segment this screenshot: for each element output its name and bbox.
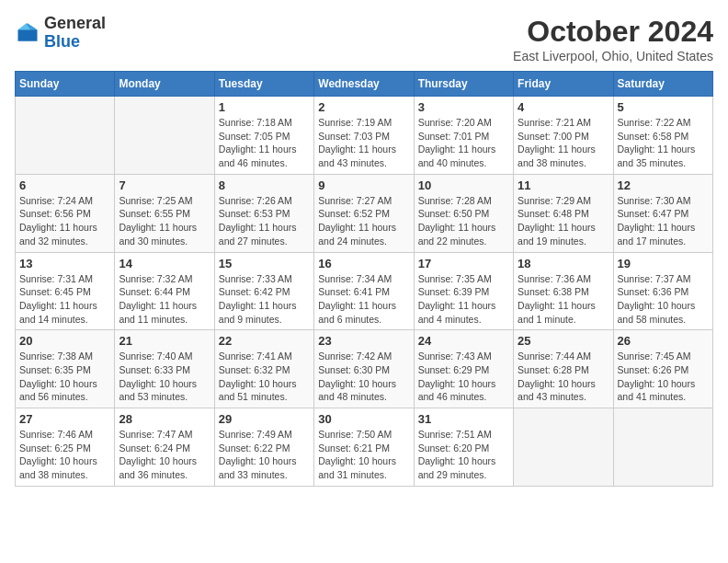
day-number: 5 xyxy=(618,100,709,114)
day-number: 4 xyxy=(518,100,609,114)
day-info: Sunrise: 7:33 AM Sunset: 6:42 PM Dayligh… xyxy=(219,272,310,327)
day-number: 21 xyxy=(119,334,210,348)
header-day-sunday: Sunday xyxy=(16,72,115,97)
day-number: 3 xyxy=(418,100,509,114)
day-info: Sunrise: 7:24 AM Sunset: 6:56 PM Dayligh… xyxy=(19,194,110,248)
day-number: 30 xyxy=(318,412,409,426)
calendar-cell: 3Sunrise: 7:20 AM Sunset: 7:01 PM Daylig… xyxy=(414,97,513,175)
page-subtitle: East Liverpool, Ohio, United States xyxy=(513,49,713,63)
week-row-2: 6Sunrise: 7:24 AM Sunset: 6:56 PM Daylig… xyxy=(16,174,713,252)
calendar-cell: 11Sunrise: 7:29 AM Sunset: 6:48 PM Dayli… xyxy=(514,174,613,252)
calendar-cell: 27Sunrise: 7:46 AM Sunset: 6:25 PM Dayli… xyxy=(16,408,115,487)
day-info: Sunrise: 7:42 AM Sunset: 6:30 PM Dayligh… xyxy=(318,350,409,404)
calendar-cell: 31Sunrise: 7:51 AM Sunset: 6:20 PM Dayli… xyxy=(414,408,513,487)
day-info: Sunrise: 7:43 AM Sunset: 6:29 PM Dayligh… xyxy=(418,350,509,404)
day-info: Sunrise: 7:50 AM Sunset: 6:21 PM Dayligh… xyxy=(318,428,409,482)
day-number: 27 xyxy=(19,412,110,426)
calendar-cell: 6Sunrise: 7:24 AM Sunset: 6:56 PM Daylig… xyxy=(16,174,115,252)
day-info: Sunrise: 7:19 AM Sunset: 7:03 PM Dayligh… xyxy=(318,116,409,170)
calendar-cell: 4Sunrise: 7:21 AM Sunset: 7:00 PM Daylig… xyxy=(514,97,613,175)
day-info: Sunrise: 7:40 AM Sunset: 6:33 PM Dayligh… xyxy=(119,350,210,404)
day-number: 31 xyxy=(418,412,509,426)
calendar-cell: 1Sunrise: 7:18 AM Sunset: 7:05 PM Daylig… xyxy=(214,97,313,175)
day-number: 22 xyxy=(219,334,310,348)
day-info: Sunrise: 7:49 AM Sunset: 6:22 PM Dayligh… xyxy=(219,428,310,482)
calendar-cell xyxy=(115,97,214,175)
logo-text: General Blue xyxy=(44,15,106,52)
calendar-cell: 16Sunrise: 7:34 AM Sunset: 6:41 PM Dayli… xyxy=(314,252,414,330)
calendar-cell xyxy=(613,408,712,487)
day-info: Sunrise: 7:46 AM Sunset: 6:25 PM Dayligh… xyxy=(19,428,110,482)
header-day-tuesday: Tuesday xyxy=(214,72,313,97)
day-number: 26 xyxy=(618,334,709,348)
day-number: 24 xyxy=(418,334,509,348)
page-title: October 2024 xyxy=(513,15,713,49)
day-info: Sunrise: 7:21 AM Sunset: 7:00 PM Dayligh… xyxy=(518,116,609,170)
day-info: Sunrise: 7:51 AM Sunset: 6:20 PM Dayligh… xyxy=(418,428,509,482)
calendar-cell: 7Sunrise: 7:25 AM Sunset: 6:55 PM Daylig… xyxy=(115,174,214,252)
day-number: 7 xyxy=(119,178,210,192)
day-number: 28 xyxy=(119,412,210,426)
day-number: 1 xyxy=(219,100,310,114)
day-info: Sunrise: 7:37 AM Sunset: 6:36 PM Dayligh… xyxy=(618,272,709,327)
header-day-wednesday: Wednesday xyxy=(314,72,414,97)
calendar-cell: 23Sunrise: 7:42 AM Sunset: 6:30 PM Dayli… xyxy=(314,330,414,408)
calendar-cell: 18Sunrise: 7:36 AM Sunset: 6:38 PM Dayli… xyxy=(514,252,613,330)
calendar-table: SundayMondayTuesdayWednesdayThursdayFrid… xyxy=(15,71,713,487)
day-info: Sunrise: 7:27 AM Sunset: 6:52 PM Dayligh… xyxy=(318,194,409,248)
calendar-cell: 29Sunrise: 7:49 AM Sunset: 6:22 PM Dayli… xyxy=(214,408,313,487)
header-row: SundayMondayTuesdayWednesdayThursdayFrid… xyxy=(16,72,713,97)
day-number: 16 xyxy=(318,257,409,270)
calendar-cell: 20Sunrise: 7:38 AM Sunset: 6:35 PM Dayli… xyxy=(16,330,115,408)
day-info: Sunrise: 7:35 AM Sunset: 6:39 PM Dayligh… xyxy=(418,272,509,327)
calendar-cell: 13Sunrise: 7:31 AM Sunset: 6:45 PM Dayli… xyxy=(16,252,115,330)
day-number: 18 xyxy=(518,257,609,270)
calendar-cell: 17Sunrise: 7:35 AM Sunset: 6:39 PM Dayli… xyxy=(414,252,513,330)
week-row-4: 20Sunrise: 7:38 AM Sunset: 6:35 PM Dayli… xyxy=(16,330,713,408)
day-info: Sunrise: 7:30 AM Sunset: 6:47 PM Dayligh… xyxy=(618,194,709,248)
day-number: 11 xyxy=(518,178,609,192)
header-day-monday: Monday xyxy=(115,72,214,97)
day-number: 15 xyxy=(219,257,310,270)
day-info: Sunrise: 7:29 AM Sunset: 6:48 PM Dayligh… xyxy=(518,194,609,248)
calendar-cell: 21Sunrise: 7:40 AM Sunset: 6:33 PM Dayli… xyxy=(115,330,214,408)
day-number: 20 xyxy=(19,334,110,348)
day-number: 9 xyxy=(318,178,409,192)
day-info: Sunrise: 7:34 AM Sunset: 6:41 PM Dayligh… xyxy=(318,272,409,327)
calendar-cell: 2Sunrise: 7:19 AM Sunset: 7:03 PM Daylig… xyxy=(314,97,414,175)
day-number: 8 xyxy=(219,178,310,192)
calendar-cell: 8Sunrise: 7:26 AM Sunset: 6:53 PM Daylig… xyxy=(214,174,313,252)
day-number: 12 xyxy=(618,178,709,192)
week-row-3: 13Sunrise: 7:31 AM Sunset: 6:45 PM Dayli… xyxy=(16,252,713,330)
day-info: Sunrise: 7:28 AM Sunset: 6:50 PM Dayligh… xyxy=(418,194,509,248)
title-block: October 2024 East Liverpool, Ohio, Unite… xyxy=(513,15,713,63)
day-number: 6 xyxy=(19,178,110,192)
day-info: Sunrise: 7:18 AM Sunset: 7:05 PM Dayligh… xyxy=(219,116,310,170)
day-number: 25 xyxy=(518,334,609,348)
day-info: Sunrise: 7:41 AM Sunset: 6:32 PM Dayligh… xyxy=(219,350,310,404)
week-row-1: 1Sunrise: 7:18 AM Sunset: 7:05 PM Daylig… xyxy=(16,97,713,175)
day-number: 19 xyxy=(618,257,709,270)
logo: General Blue xyxy=(15,15,106,52)
day-number: 10 xyxy=(418,178,509,192)
page-header: General Blue October 2024 East Liverpool… xyxy=(15,15,713,63)
day-info: Sunrise: 7:32 AM Sunset: 6:44 PM Dayligh… xyxy=(119,272,210,327)
calendar-cell xyxy=(16,97,115,175)
day-number: 14 xyxy=(119,257,210,270)
day-number: 29 xyxy=(219,412,310,426)
header-day-thursday: Thursday xyxy=(414,72,513,97)
calendar-cell: 14Sunrise: 7:32 AM Sunset: 6:44 PM Dayli… xyxy=(115,252,214,330)
day-info: Sunrise: 7:45 AM Sunset: 6:26 PM Dayligh… xyxy=(618,350,709,404)
day-info: Sunrise: 7:22 AM Sunset: 6:58 PM Dayligh… xyxy=(618,116,709,170)
header-day-friday: Friday xyxy=(514,72,613,97)
week-row-5: 27Sunrise: 7:46 AM Sunset: 6:25 PM Dayli… xyxy=(16,408,713,487)
day-number: 17 xyxy=(418,257,509,270)
calendar-cell xyxy=(514,408,613,487)
day-info: Sunrise: 7:25 AM Sunset: 6:55 PM Dayligh… xyxy=(119,194,210,248)
calendar-cell: 19Sunrise: 7:37 AM Sunset: 6:36 PM Dayli… xyxy=(613,252,712,330)
calendar-cell: 22Sunrise: 7:41 AM Sunset: 6:32 PM Dayli… xyxy=(214,330,313,408)
calendar-header: SundayMondayTuesdayWednesdayThursdayFrid… xyxy=(16,72,713,97)
calendar-cell: 10Sunrise: 7:28 AM Sunset: 6:50 PM Dayli… xyxy=(414,174,513,252)
calendar-cell: 5Sunrise: 7:22 AM Sunset: 6:58 PM Daylig… xyxy=(613,97,712,175)
day-info: Sunrise: 7:47 AM Sunset: 6:24 PM Dayligh… xyxy=(119,428,210,482)
